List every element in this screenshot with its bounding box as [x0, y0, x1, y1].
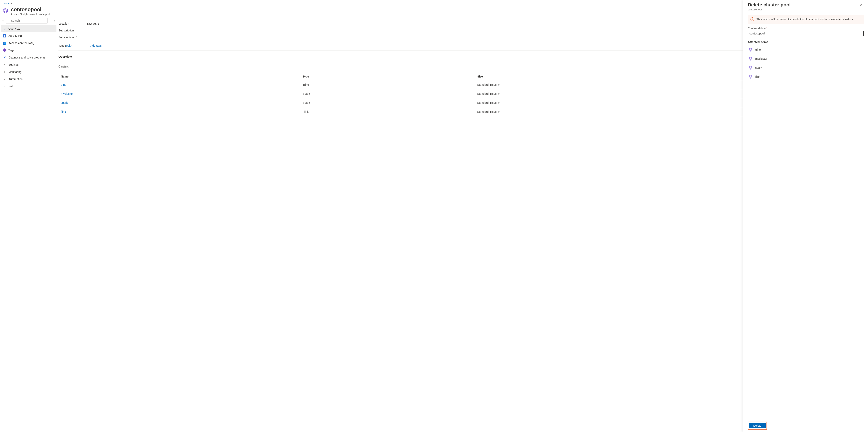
cluster-icon [748, 57, 752, 61]
chev-icon: › [3, 85, 6, 88]
sidebar-item-label: Access control (IAM) [8, 41, 34, 45]
iam-icon: 👥 [3, 41, 6, 45]
affected-items-heading: Affected items [748, 40, 864, 44]
info-warning-icon: i [750, 18, 754, 21]
page-header: contosopool Azure HDInsight on AKS clust… [0, 5, 868, 16]
chev-icon: › [3, 63, 6, 66]
log-icon [3, 34, 6, 37]
affected-item: spark [748, 63, 864, 72]
location-value: East US 2 [87, 22, 99, 25]
cluster-icon [748, 48, 752, 52]
sidebar-item-label: Activity log [8, 34, 22, 37]
cluster-icon [748, 66, 752, 70]
sidebar-item-settings[interactable]: ›Settings [1, 61, 57, 68]
expand-collapse-icon[interactable]: ▲▼ [2, 19, 4, 22]
sidebar-item-label: Diagnose and solve problems [8, 56, 45, 59]
tags-icon [3, 49, 6, 52]
add-tags-link[interactable]: Add tags [91, 44, 101, 47]
chev-icon: › [3, 78, 6, 81]
breadcrumb-home-link[interactable]: Home [2, 2, 10, 5]
sidebar-item-label: Monitoring [8, 70, 22, 74]
cluster-type-value: Spark [300, 98, 475, 107]
subscription-id-label: Subscription ID [58, 36, 83, 39]
sidebar-item-tags[interactable]: Tags [1, 47, 57, 54]
sidebar-item-diagnose-and-solve-problems[interactable]: ✕Diagnose and solve problems [1, 54, 57, 61]
subscription-label: Subscription [58, 29, 83, 32]
location-label: Location [58, 22, 83, 25]
chevron-right-icon: › [11, 2, 12, 5]
tab-overview[interactable]: Overview [58, 54, 72, 60]
affected-item: trino [748, 45, 864, 54]
sidebar-item-label: Settings [8, 63, 19, 66]
affected-item-name: spark [755, 66, 762, 69]
close-icon[interactable]: ✕ [859, 2, 864, 8]
breadcrumb: Home › [0, 0, 868, 5]
confirm-delete-label: Confirm delete [748, 27, 766, 30]
overview-icon [3, 27, 6, 30]
chev-icon: › [3, 70, 6, 73]
resource-icon [1, 6, 10, 15]
tags-label: Tags [58, 44, 64, 47]
collapse-sidebar-icon[interactable]: « [53, 19, 56, 22]
sidebar: ▲▼ 🔍 « OverviewActivity log👥Access contr… [0, 16, 58, 432]
confirm-delete-input[interactable] [748, 31, 864, 36]
resource-type-label: Azure HDInsight on AKS cluster pool [11, 13, 847, 16]
sidebar-item-label: Overview [8, 27, 20, 30]
cluster-name-link[interactable]: spark [61, 101, 68, 104]
cluster-name-link[interactable]: mycluster [61, 92, 73, 95]
cluster-name-link[interactable]: flink [61, 110, 66, 113]
delete-button-highlight: Delete [748, 422, 767, 430]
cluster-type-value: Flink [300, 107, 475, 116]
col-type[interactable]: Type [300, 73, 475, 80]
warning-banner: i This action will permanently delete th… [748, 15, 864, 24]
affected-item: mycluster [748, 54, 864, 63]
tags-edit-link[interactable]: edit [66, 44, 71, 47]
affected-item-name: trino [755, 48, 761, 51]
page-title: contosopool [11, 6, 847, 12]
sidebar-item-label: Tags [8, 49, 14, 52]
sidebar-item-help[interactable]: ›Help [1, 83, 57, 90]
required-asterisk-icon: * [766, 27, 767, 30]
diag-icon: ✕ [3, 56, 6, 59]
panel-subtitle: contosopool [748, 8, 859, 11]
cluster-icon [748, 75, 752, 79]
cluster-type-value: Spark [300, 89, 475, 98]
sidebar-item-automation[interactable]: ›Automation [1, 76, 57, 83]
affected-item: flink [748, 72, 864, 81]
cluster-type-value: Trino [300, 80, 475, 89]
affected-item-name: flink [755, 75, 760, 78]
panel-title: Delete cluster pool [748, 2, 859, 8]
sidebar-item-overview[interactable]: Overview [1, 25, 57, 32]
warning-text: This action will permanently delete the … [756, 18, 854, 21]
sidebar-item-label: Help [8, 85, 14, 88]
sidebar-item-monitoring[interactable]: ›Monitoring [1, 68, 57, 76]
delete-panel: Delete cluster pool contosopool ✕ i This… [743, 0, 868, 432]
sidebar-item-label: Automation [8, 78, 23, 81]
col-name[interactable]: Name [58, 73, 300, 80]
sidebar-search-input[interactable] [6, 18, 48, 23]
sidebar-item-access-control-iam-[interactable]: 👥Access control (IAM) [1, 39, 57, 47]
delete-button[interactable]: Delete [749, 423, 766, 428]
sidebar-item-activity-log[interactable]: Activity log [1, 32, 57, 39]
cluster-name-link[interactable]: trino [61, 83, 66, 86]
affected-item-name: mycluster [755, 57, 767, 60]
